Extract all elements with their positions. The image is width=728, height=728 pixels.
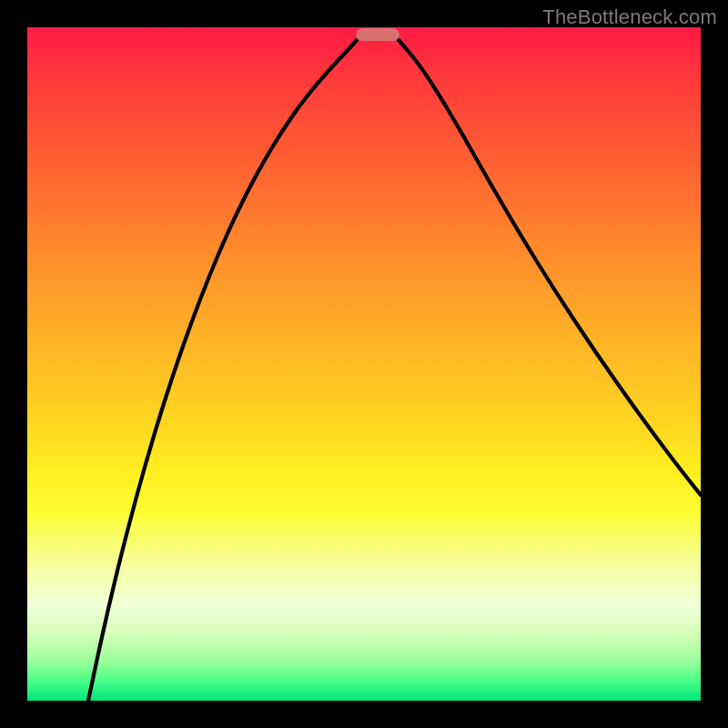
- right-curve: [399, 40, 701, 495]
- left-curve: [88, 40, 357, 701]
- bottleneck-marker: [356, 28, 399, 41]
- curves-svg: [27, 27, 701, 701]
- plot-area: [27, 27, 701, 701]
- chart-frame: TheBottleneck.com: [0, 0, 728, 728]
- watermark-text: TheBottleneck.com: [542, 5, 717, 29]
